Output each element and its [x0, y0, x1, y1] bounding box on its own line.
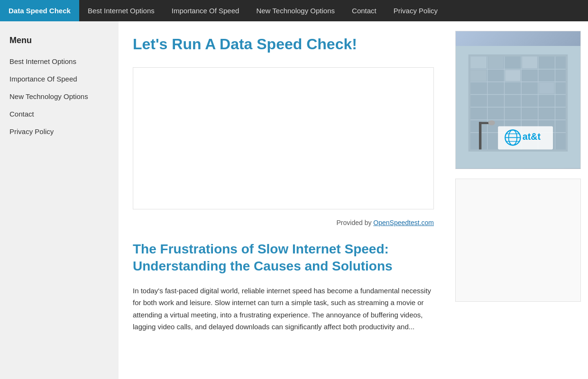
- speed-test-widget[interactable]: [133, 67, 434, 209]
- main-content: Let's Run A Data Speed Check! Provided b…: [119, 21, 448, 379]
- nav-item-best-internet: Best Internet Options: [79, 7, 163, 15]
- sidebar-items-list: Best Internet Options Importance Of Spee…: [0, 53, 119, 140]
- article-body: In today's fast-paced digital world, rel…: [133, 285, 434, 333]
- top-navigation: Data Speed Check Best Internet Options I…: [0, 0, 588, 21]
- article-title: The Frustrations of Slow Internet Speed:…: [133, 241, 434, 275]
- svg-rect-14: [470, 57, 487, 69]
- sidebar-item-new-tech: New Technology Options: [0, 88, 119, 105]
- nav-item-importance: Importance Of Speed: [163, 7, 248, 15]
- right-sidebar: at&t: [448, 21, 588, 379]
- sidebar-item-contact: Contact: [0, 105, 119, 123]
- nav-item-contact: Contact: [343, 7, 385, 15]
- svg-point-22: [488, 120, 495, 126]
- provided-by: Provided by OpenSpeedtest.com: [133, 219, 434, 226]
- sidebar-link-best-internet[interactable]: Best Internet Options: [0, 53, 119, 70]
- svg-rect-19: [539, 83, 554, 94]
- att-building-svg: at&t: [456, 46, 580, 169]
- sidebar-item-privacy: Privacy Policy: [0, 123, 119, 140]
- svg-rect-17: [470, 70, 487, 81]
- svg-rect-15: [488, 57, 504, 69]
- nav-items-list: Best Internet Options Importance Of Spee…: [79, 0, 446, 21]
- sidebar-link-importance[interactable]: Importance Of Speed: [0, 70, 119, 88]
- sidebar-link-contact[interactable]: Contact: [0, 105, 119, 123]
- nav-link-contact[interactable]: Contact: [343, 7, 385, 15]
- nav-link-privacy[interactable]: Privacy Policy: [385, 7, 446, 15]
- svg-text:at&t: at&t: [523, 131, 541, 142]
- nav-link-importance[interactable]: Importance Of Speed: [163, 7, 248, 15]
- menu-title: Menu: [0, 31, 119, 53]
- svg-rect-16: [522, 57, 537, 69]
- nav-brand[interactable]: Data Speed Check: [0, 0, 79, 21]
- page-title: Let's Run A Data Speed Check!: [133, 36, 434, 53]
- svg-rect-18: [505, 70, 520, 81]
- left-sidebar: Menu Best Internet Options Importance Of…: [0, 21, 119, 379]
- svg-rect-20: [479, 122, 481, 150]
- sidebar-link-privacy[interactable]: Privacy Policy: [0, 123, 119, 140]
- nav-item-new-tech: New Technology Options: [248, 7, 343, 15]
- att-image-widget: at&t: [455, 31, 581, 169]
- sidebar-item-importance: Importance Of Speed: [0, 70, 119, 88]
- right-widget-2: [455, 179, 581, 302]
- openspeedtest-link[interactable]: OpenSpeedtest.com: [373, 219, 434, 226]
- sidebar-link-new-tech[interactable]: New Technology Options: [0, 88, 119, 105]
- nav-link-new-tech[interactable]: New Technology Options: [248, 7, 343, 15]
- nav-item-privacy: Privacy Policy: [385, 7, 446, 15]
- att-building-image: at&t: [456, 31, 580, 169]
- nav-link-best-internet[interactable]: Best Internet Options: [79, 7, 163, 15]
- sidebar-item-best-internet: Best Internet Options: [0, 53, 119, 70]
- sidebar-nav: Best Internet Options Importance Of Spee…: [0, 53, 119, 140]
- provided-by-text: Provided by: [337, 219, 374, 226]
- page-layout: Menu Best Internet Options Importance Of…: [0, 21, 588, 379]
